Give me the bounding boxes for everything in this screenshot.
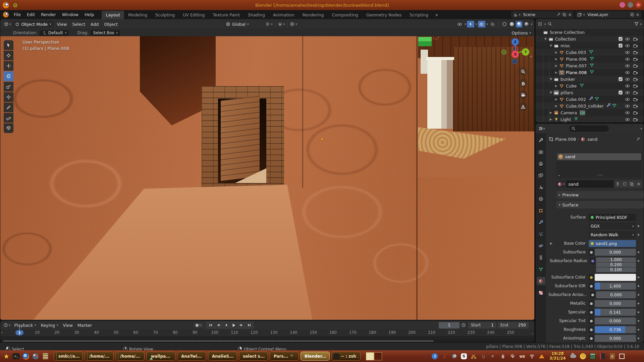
use-preview-range-icon[interactable]: [461, 323, 466, 327]
timeline-track[interactable]: [0, 336, 534, 340]
tool-scale-button[interactable]: [4, 82, 13, 92]
disable-render-toggle[interactable]: [632, 104, 638, 109]
collection-checkbox[interactable]: [618, 37, 624, 41]
slider-field[interactable]: 1.400: [595, 283, 636, 290]
hide-viewport-toggle[interactable]: [624, 57, 630, 62]
timeline-menu-keying[interactable]: Keying▾: [39, 322, 61, 329]
timeline-menu-marker[interactable]: Marker: [75, 322, 94, 329]
workspace-tab-layout[interactable]: Layout: [102, 11, 124, 19]
gizmo-negative-z[interactable]: [512, 59, 517, 64]
expand-toggle[interactable]: ▶: [536, 57, 559, 61]
gizmos-toggle[interactable]: [467, 21, 474, 27]
collection-checkbox[interactable]: [618, 90, 624, 95]
viewport-menu-view[interactable]: View: [54, 20, 70, 28]
workspace-tab-sculpting[interactable]: Sculpting: [151, 11, 179, 19]
tray-book-icon[interactable]: a: [609, 353, 615, 360]
shading-wireframe-button[interactable]: [501, 21, 507, 27]
frame-start-field[interactable]: Start1: [468, 322, 496, 328]
tray-calculator-icon[interactable]: [589, 353, 596, 360]
menu-render[interactable]: Render: [38, 11, 59, 18]
new-material-button[interactable]: [628, 180, 635, 188]
outliner-row-collection[interactable]: ▼Collection: [536, 36, 644, 42]
outliner-row-cube-003[interactable]: ▶Cube.003: [536, 49, 644, 56]
workspace-tab-shading[interactable]: Shading: [244, 11, 269, 19]
workspace-tab-modeling[interactable]: Modeling: [124, 11, 151, 19]
keyframe-dot[interactable]: [636, 240, 641, 243]
expand-toggle[interactable]: ▶: [536, 51, 559, 54]
keyframe-dot[interactable]: [636, 257, 641, 262]
taskbar-task--home-[interactable]: /home/...: [85, 352, 114, 361]
hide-viewport-toggle[interactable]: [624, 63, 630, 68]
breadcrumb-material[interactable]: sand: [587, 137, 597, 142]
slider-field[interactable]: 0.141: [595, 309, 636, 316]
show-gizmo-visibility-button[interactable]: [456, 21, 464, 27]
outliner-row-camera[interactable]: ▶Camera: [536, 109, 644, 116]
tray-usb-icon[interactable]: [509, 353, 516, 360]
outliner-row-light[interactable]: ▶Light: [536, 116, 644, 122]
jump-to-end-button[interactable]: [245, 322, 253, 328]
keyboard-layout-indicator[interactable]: us: [520, 354, 525, 359]
tray-clip-icon[interactable]: [480, 353, 487, 360]
keyframe-dot[interactable]: [636, 223, 641, 227]
tray-music-icon[interactable]: ♪: [441, 353, 448, 360]
pivot-point-icon[interactable]: [265, 22, 270, 26]
outliner-row-cube[interactable]: ▶Cube: [536, 82, 644, 89]
preview-panel-header[interactable]: ▸ Preview: [556, 191, 644, 198]
slider-field[interactable]: 0.000: [595, 317, 636, 324]
decorator-button[interactable]: [589, 326, 594, 333]
disable-render-toggle[interactable]: [632, 70, 638, 75]
taskbar-task-blender-[interactable]: Blender...: [301, 352, 330, 361]
properties-tab-physics[interactable]: [537, 242, 545, 250]
properties-tab-object-data[interactable]: [537, 265, 545, 273]
taskbar-task-analies-[interactable]: AnalieS...: [208, 352, 237, 361]
desktop-1[interactable]: [366, 352, 374, 360]
disable-render-toggle[interactable]: [632, 90, 638, 95]
outliner-row-plane-007[interactable]: ▶Plane.007: [536, 62, 644, 69]
expand-toggle[interactable]: ▼: [536, 77, 553, 81]
tray-speaker-icon[interactable]: [490, 353, 496, 360]
hide-viewport-toggle[interactable]: [624, 37, 630, 42]
surface-shader-field[interactable]: Principled BSDF: [589, 214, 636, 221]
workspace-tab-uv-editing[interactable]: UV Editing: [179, 11, 209, 19]
disable-render-toggle[interactable]: [632, 43, 638, 48]
viewport-menu-object[interactable]: Object: [101, 20, 120, 28]
outliner-row-bunker[interactable]: ▼bunker: [536, 76, 644, 82]
vector-field[interactable]: 0.200: [596, 262, 636, 267]
launcher-favorites-icon[interactable]: ★: [3, 353, 10, 360]
dropdown-field[interactable]: Random Walk▾: [589, 231, 636, 238]
collection-checkbox[interactable]: [618, 77, 624, 81]
zoom-button[interactable]: [519, 67, 527, 76]
taskbar-task-wallpa-[interactable]: wallpa...: [146, 352, 175, 361]
tray-dictionary-icon[interactable]: [599, 353, 606, 360]
tray-skype-icon[interactable]: S: [461, 353, 467, 360]
disable-render-toggle[interactable]: [632, 83, 638, 88]
decorator-button[interactable]: [589, 249, 594, 256]
properties-tab-output[interactable]: [537, 160, 545, 168]
workspace-tab-rendering[interactable]: Rendering: [299, 11, 328, 19]
keyframe-dot[interactable]: [636, 291, 641, 296]
hide-viewport-toggle[interactable]: [624, 77, 630, 82]
menu-edit[interactable]: Edit: [24, 11, 38, 18]
slider-field[interactable]: 0.736: [595, 326, 636, 333]
tool-cursor-button[interactable]: [4, 51, 13, 60]
slider-field[interactable]: 0.000: [595, 249, 636, 256]
tool-select-box-button[interactable]: [4, 40, 13, 50]
properties-tab-object[interactable]: [537, 206, 545, 215]
hide-viewport-toggle[interactable]: [624, 97, 630, 102]
launcher-multimedia-icon[interactable]: [32, 353, 39, 360]
tray-wifi-icon[interactable]: [529, 353, 535, 360]
properties-editor-icon[interactable]: [538, 126, 543, 131]
new-viewlayer-icon[interactable]: [630, 12, 634, 17]
menu-help[interactable]: Help: [82, 11, 97, 18]
expand-toggle[interactable]: ▼: [536, 37, 548, 41]
workspace-tab-geometry-nodes[interactable]: Geometry Nodes: [362, 11, 406, 19]
outliner-row-scene-collection[interactable]: Scene Collection: [536, 29, 644, 36]
outliner-row-cube-003-collider[interactable]: ▶Cube.003_collider: [536, 103, 644, 109]
expand-toggle[interactable]: ▼: [536, 44, 553, 47]
window-minimize-button[interactable]: –: [628, 2, 633, 8]
decorator-button[interactable]: [590, 291, 595, 298]
decorator-button[interactable]: [589, 317, 594, 324]
hide-viewport-toggle[interactable]: [624, 70, 630, 75]
hide-viewport-toggle[interactable]: [624, 83, 630, 88]
viewlayer-selector[interactable]: ▾ ViewLayer: [576, 11, 641, 18]
